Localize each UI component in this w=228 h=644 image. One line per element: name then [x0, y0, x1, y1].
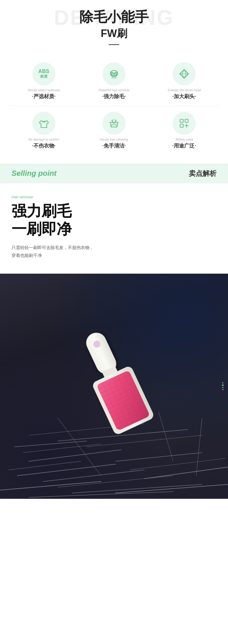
diamond-icon [178, 68, 190, 80]
feature-icon-hair-removal [102, 62, 126, 85]
svg-line-34 [58, 418, 101, 476]
feature-material: ABS 材质 Strictly select materials ·严选材质· [15, 62, 73, 100]
svg-line-20 [9, 461, 81, 470]
svg-line-22 [43, 470, 144, 481]
feature-zh-hands-free: ·免手清洁· [102, 142, 126, 149]
svg-line-36 [196, 418, 202, 476]
svg-line-28 [72, 484, 202, 493]
product-desc: 只需轻轻一刷即可去除毛发，不损伤衣物，穿着也能刷干净 [12, 244, 216, 259]
features-section: ABS 材质 Strictly select materials ·严选材质· [0, 57, 228, 161]
grid-icon [178, 117, 190, 129]
feature-en-widely-used: Widely used [175, 138, 193, 141]
svg-line-33 [29, 492, 173, 497]
feature-hair-removal: Powerful hair removal ·强力除毛· [85, 62, 143, 100]
feature-hands-free: Hands free cleaning ·免手清洁· [85, 112, 143, 149]
header-section: DEHARING 除毛小能手 FW刷 [0, 0, 228, 57]
feature-zh-material: ·严选材质· [32, 93, 56, 100]
svg-line-23 [58, 476, 173, 487]
feature-zh-hair-removal: ·强力除毛· [102, 93, 126, 100]
selling-en-label: Selling point [12, 169, 57, 178]
svg-line-21 [17, 464, 115, 476]
features-row-2: No damage to clothes ·不伤衣物· Ha [9, 106, 219, 155]
product-title: 强力刷毛 一刷即净 [12, 202, 216, 238]
selling-zh-label: 卖点解析 [189, 169, 216, 178]
feature-icon-enlarge [173, 62, 196, 85]
feature-zh-enlarge: ·加大刷头· [172, 93, 196, 100]
svg-line-26 [144, 467, 228, 479]
product-section: Hair remover 强力刷毛 一刷即净 只需轻轻一刷即可去除毛发，不损伤衣… [0, 183, 228, 274]
svg-rect-14 [180, 119, 183, 122]
basket-icon [108, 117, 120, 129]
feature-widely-used: Widely used ·用途广泛· [155, 112, 213, 149]
abs-icon: ABS 材质 [38, 69, 49, 79]
feature-icon-widely-used [173, 112, 196, 135]
svg-line-31 [0, 481, 101, 490]
side-indicator [222, 382, 224, 390]
product-title-line2: 一刷即净 [12, 220, 216, 238]
feature-en-hair-removal: Powerful hair removal [99, 88, 129, 92]
feature-zh-widely-used: ·用途广泛· [172, 142, 196, 149]
feature-no-damage: No damage to clothes ·不伤衣物· [15, 112, 73, 149]
feature-icon-no-damage [32, 112, 55, 135]
shirt-icon [38, 117, 50, 129]
product-title-line1: 强力刷毛 [12, 202, 216, 220]
features-row-1: ABS 材质 Strictly select materials ·严选材质· [9, 57, 219, 106]
product-label: Hair remover [12, 195, 216, 199]
header-title: 除毛小能手 [6, 9, 222, 25]
feature-en-enlarge: Enlarge the brush head [168, 88, 201, 92]
cloud-brush-icon [108, 68, 120, 80]
product-image-inner [0, 274, 228, 499]
svg-rect-16 [180, 124, 183, 127]
feature-icon-material: ABS 材质 [32, 62, 55, 85]
feature-icon-hands-free [102, 112, 126, 135]
feature-enlarge: Enlarge the brush head ·加大刷头· [155, 62, 213, 100]
svg-line-19 [29, 450, 121, 461]
svg-line-25 [130, 458, 225, 470]
feature-en-hands-free: Hands free cleaning [100, 138, 128, 141]
svg-rect-15 [185, 119, 188, 122]
selling-banner: Selling point 卖点解析 [0, 164, 228, 183]
svg-line-24 [115, 453, 202, 461]
header-divider [109, 44, 119, 45]
product-image [0, 274, 228, 499]
svg-line-35 [159, 412, 173, 461]
feature-zh-no-damage: ·不伤衣物· [32, 142, 56, 149]
feature-en-no-damage: No damage to clothes [28, 138, 59, 141]
header-subtitle: FW刷 [6, 27, 222, 41]
feature-en-material: Strictly select materials [27, 88, 60, 92]
